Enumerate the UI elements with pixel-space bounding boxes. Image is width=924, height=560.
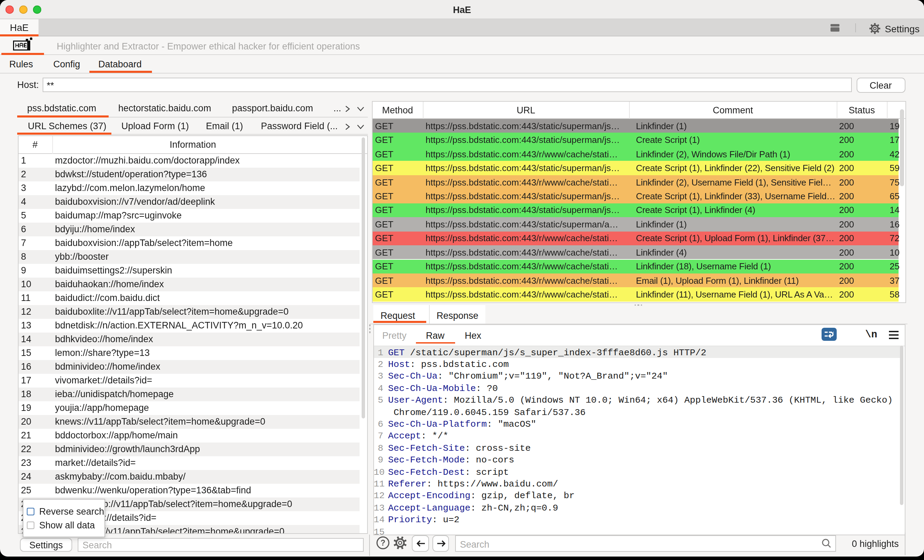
- svg-text:?: ?: [380, 538, 385, 547]
